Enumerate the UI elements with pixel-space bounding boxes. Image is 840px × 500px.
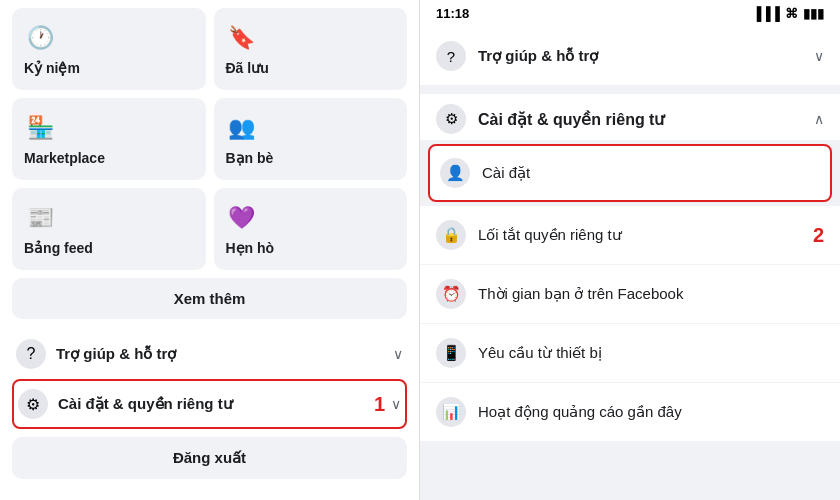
loi-tat-label: Lối tắt quyền riêng tư — [478, 226, 805, 244]
wifi-icon: ⌘ — [785, 6, 798, 21]
marketplace-icon: 🏪 — [24, 112, 56, 144]
loi-tat-item[interactable]: 🔒 Lối tắt quyền riêng tư 2 — [420, 206, 840, 265]
grid-top-row: 🕐 Kỷ niệm 🔖 Đã lưu — [12, 8, 407, 90]
help-label-right: Trợ giúp & hỗ trợ — [478, 47, 814, 65]
settings-chevron-left: ∨ — [391, 396, 401, 412]
grid-item-ban-be[interactable]: 👥 Bạn bè — [214, 98, 408, 180]
help-label-left: Trợ giúp & hỗ trợ — [56, 345, 393, 363]
grid-item-hen-ho[interactable]: 💜 Hẹn hò — [214, 188, 408, 270]
hen-ho-icon: 💜 — [226, 202, 258, 234]
cai-dat-icon: 👤 — [440, 158, 470, 188]
cai-dat-label: Cài đặt — [482, 164, 820, 182]
help-chevron-left: ∨ — [393, 346, 403, 362]
hen-ho-label: Hẹn hò — [226, 240, 396, 256]
badge-2: 2 — [813, 224, 824, 247]
grid-item-ky-niem[interactable]: 🕐 Kỷ niệm — [12, 8, 206, 90]
yeu-cau-item[interactable]: 📱 Yêu cầu từ thiết bị — [420, 324, 840, 383]
ky-niem-icon: 🕐 — [24, 22, 56, 54]
logout-button[interactable]: Đăng xuất — [12, 437, 407, 479]
settings-gear-icon-right: ⚙ — [436, 104, 466, 134]
ban-be-icon: 👥 — [226, 112, 258, 144]
hoat-dong-label: Hoạt động quảng cáo gần đây — [478, 403, 824, 421]
da-luu-label: Đã lưu — [226, 60, 396, 76]
signal-icon: ▐▐▐ — [752, 6, 780, 21]
settings-group-chevron-right: ∧ — [814, 111, 824, 127]
marketplace-label: Marketplace — [24, 150, 194, 166]
grid-bot-row: 📰 Bảng feed 💜 Hẹn hò — [12, 188, 407, 270]
settings-row-left[interactable]: ⚙ Cài đặt & quyền riêng tư 1 ∨ — [12, 379, 407, 429]
hoat-dong-icon: 📊 — [436, 397, 466, 427]
ky-niem-label: Kỷ niệm — [24, 60, 194, 76]
badge-1: 1 — [374, 393, 385, 416]
grid-item-bang-feed[interactable]: 📰 Bảng feed — [12, 188, 206, 270]
see-more-button[interactable]: Xem thêm — [12, 278, 407, 319]
left-panel: 🕐 Kỷ niệm 🔖 Đã lưu 🏪 Marketplace 👥 Bạn b… — [0, 0, 420, 500]
thoi-gian-item[interactable]: ⏰ Thời gian bạn ở trên Facebook — [420, 265, 840, 324]
cai-dat-item[interactable]: 👤 Cài đặt — [428, 144, 832, 202]
grid-item-da-luu[interactable]: 🔖 Đã lưu — [214, 8, 408, 90]
ban-be-label: Bạn bè — [226, 150, 396, 166]
battery-icon: ▮▮▮ — [803, 6, 824, 21]
help-row-right[interactable]: ? Trợ giúp & hỗ trợ ∨ — [420, 27, 840, 86]
settings-gear-icon-left: ⚙ — [18, 389, 48, 419]
yeu-cau-icon: 📱 — [436, 338, 466, 368]
status-bar: 11:18 ▐▐▐ ⌘ ▮▮▮ — [420, 0, 840, 27]
settings-group-title-right: Cài đặt & quyền riêng tư — [478, 110, 814, 129]
grid-item-marketplace[interactable]: 🏪 Marketplace — [12, 98, 206, 180]
settings-group-header-right[interactable]: ⚙ Cài đặt & quyền riêng tư ∧ — [420, 94, 840, 140]
yeu-cau-label: Yêu cầu từ thiết bị — [478, 344, 824, 362]
hoat-dong-item[interactable]: 📊 Hoạt động quảng cáo gần đây — [420, 383, 840, 442]
right-panel: 11:18 ▐▐▐ ⌘ ▮▮▮ ? Trợ giúp & hỗ trợ ∨ ⚙ … — [420, 0, 840, 500]
right-content: ? Trợ giúp & hỗ trợ ∨ ⚙ Cài đặt & quyền … — [420, 27, 840, 500]
bang-feed-icon: 📰 — [24, 202, 56, 234]
loi-tat-icon: 🔒 — [436, 220, 466, 250]
grid-mid-row: 🏪 Marketplace 👥 Bạn bè — [12, 98, 407, 180]
help-icon-left: ? — [16, 339, 46, 369]
help-row-left[interactable]: ? Trợ giúp & hỗ trợ ∨ — [12, 329, 407, 379]
status-icons: ▐▐▐ ⌘ ▮▮▮ — [752, 6, 824, 21]
help-chevron-right: ∨ — [814, 48, 824, 64]
status-time: 11:18 — [436, 6, 469, 21]
da-luu-icon: 🔖 — [226, 22, 258, 54]
help-icon-right: ? — [436, 41, 466, 71]
bang-feed-label: Bảng feed — [24, 240, 194, 256]
separator-1 — [420, 86, 840, 94]
thoi-gian-icon: ⏰ — [436, 279, 466, 309]
settings-label-left: Cài đặt & quyền riêng tư — [58, 395, 366, 413]
thoi-gian-label: Thời gian bạn ở trên Facebook — [478, 285, 824, 303]
